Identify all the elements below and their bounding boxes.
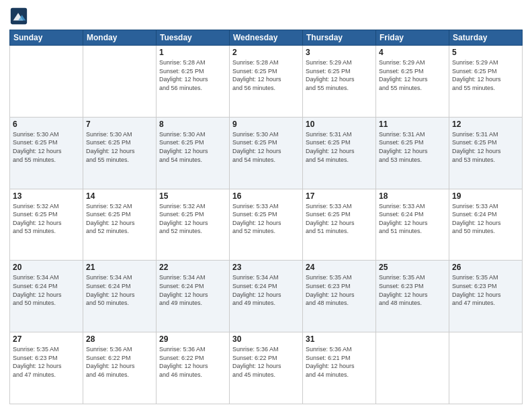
calendar-cell: 10Sunrise: 5:31 AM Sunset: 6:25 PM Dayli… bbox=[303, 117, 376, 189]
day-info: Sunrise: 5:29 AM Sunset: 6:25 PM Dayligh… bbox=[452, 58, 519, 92]
day-header-friday: Friday bbox=[376, 30, 449, 46]
day-header-monday: Monday bbox=[83, 30, 157, 46]
calendar-cell: 4Sunrise: 5:29 AM Sunset: 6:25 PM Daylig… bbox=[376, 46, 449, 118]
day-number: 9 bbox=[232, 120, 300, 129]
day-header-sunday: Sunday bbox=[10, 30, 83, 46]
day-number: 15 bbox=[159, 191, 226, 201]
day-info: Sunrise: 5:30 AM Sunset: 6:25 PM Dayligh… bbox=[13, 130, 80, 164]
day-number: 30 bbox=[232, 334, 300, 344]
calendar-cell bbox=[376, 332, 449, 404]
calendar-cell: 28Sunrise: 5:36 AM Sunset: 6:22 PM Dayli… bbox=[83, 332, 157, 404]
logo bbox=[9, 7, 31, 26]
day-info: Sunrise: 5:34 AM Sunset: 6:24 PM Dayligh… bbox=[159, 273, 226, 307]
day-number: 31 bbox=[306, 334, 373, 344]
day-number: 13 bbox=[13, 191, 80, 201]
day-number: 29 bbox=[159, 334, 226, 344]
calendar-cell bbox=[10, 46, 83, 118]
day-number: 3 bbox=[306, 48, 373, 57]
logo-icon bbox=[9, 7, 28, 26]
calendar-cell: 1Sunrise: 5:28 AM Sunset: 6:25 PM Daylig… bbox=[157, 46, 230, 118]
week-row-5: 27Sunrise: 5:35 AM Sunset: 6:23 PM Dayli… bbox=[10, 332, 523, 404]
calendar-cell: 11Sunrise: 5:31 AM Sunset: 6:25 PM Dayli… bbox=[376, 117, 449, 189]
calendar-cell: 6Sunrise: 5:30 AM Sunset: 6:25 PM Daylig… bbox=[10, 117, 83, 189]
calendar-cell: 22Sunrise: 5:34 AM Sunset: 6:24 PM Dayli… bbox=[157, 261, 230, 332]
day-info: Sunrise: 5:33 AM Sunset: 6:24 PM Dayligh… bbox=[452, 202, 519, 236]
calendar-table: SundayMondayTuesdayWednesdayThursdayFrid… bbox=[9, 30, 523, 404]
day-number: 10 bbox=[306, 120, 373, 129]
day-header-tuesday: Tuesday bbox=[157, 30, 230, 46]
day-number: 5 bbox=[452, 48, 519, 57]
header-row: SundayMondayTuesdayWednesdayThursdayFrid… bbox=[10, 30, 523, 46]
day-info: Sunrise: 5:36 AM Sunset: 6:22 PM Dayligh… bbox=[232, 345, 300, 379]
day-info: Sunrise: 5:31 AM Sunset: 6:25 PM Dayligh… bbox=[306, 130, 373, 164]
header bbox=[9, 7, 523, 26]
day-header-saturday: Saturday bbox=[449, 30, 523, 46]
calendar-cell: 12Sunrise: 5:31 AM Sunset: 6:25 PM Dayli… bbox=[449, 117, 523, 189]
day-info: Sunrise: 5:34 AM Sunset: 6:24 PM Dayligh… bbox=[13, 273, 80, 307]
week-row-1: 1Sunrise: 5:28 AM Sunset: 6:25 PM Daylig… bbox=[10, 46, 523, 118]
day-number: 21 bbox=[86, 263, 153, 272]
day-info: Sunrise: 5:36 AM Sunset: 6:22 PM Dayligh… bbox=[86, 345, 153, 379]
calendar-cell: 13Sunrise: 5:32 AM Sunset: 6:25 PM Dayli… bbox=[10, 189, 83, 261]
calendar-cell: 8Sunrise: 5:30 AM Sunset: 6:25 PM Daylig… bbox=[157, 117, 230, 189]
day-number: 23 bbox=[232, 263, 300, 272]
calendar-cell: 23Sunrise: 5:34 AM Sunset: 6:24 PM Dayli… bbox=[230, 261, 303, 332]
calendar-cell: 17Sunrise: 5:33 AM Sunset: 6:25 PM Dayli… bbox=[303, 189, 376, 261]
day-number: 11 bbox=[379, 120, 446, 129]
day-info: Sunrise: 5:35 AM Sunset: 6:23 PM Dayligh… bbox=[306, 273, 373, 307]
calendar-cell: 16Sunrise: 5:33 AM Sunset: 6:25 PM Dayli… bbox=[230, 189, 303, 261]
day-number: 14 bbox=[86, 191, 153, 201]
day-number: 17 bbox=[306, 191, 373, 201]
calendar-cell: 31Sunrise: 5:36 AM Sunset: 6:21 PM Dayli… bbox=[303, 332, 376, 404]
calendar-cell: 29Sunrise: 5:36 AM Sunset: 6:22 PM Dayli… bbox=[157, 332, 230, 404]
day-info: Sunrise: 5:31 AM Sunset: 6:25 PM Dayligh… bbox=[452, 130, 519, 164]
calendar-cell: 26Sunrise: 5:35 AM Sunset: 6:23 PM Dayli… bbox=[449, 261, 523, 332]
day-info: Sunrise: 5:36 AM Sunset: 6:21 PM Dayligh… bbox=[306, 345, 373, 379]
day-info: Sunrise: 5:28 AM Sunset: 6:25 PM Dayligh… bbox=[159, 58, 226, 92]
day-info: Sunrise: 5:33 AM Sunset: 6:25 PM Dayligh… bbox=[232, 202, 300, 236]
day-info: Sunrise: 5:35 AM Sunset: 6:23 PM Dayligh… bbox=[379, 273, 446, 307]
day-info: Sunrise: 5:34 AM Sunset: 6:24 PM Dayligh… bbox=[86, 273, 153, 307]
day-info: Sunrise: 5:30 AM Sunset: 6:25 PM Dayligh… bbox=[159, 130, 226, 164]
calendar-cell: 24Sunrise: 5:35 AM Sunset: 6:23 PM Dayli… bbox=[303, 261, 376, 332]
calendar-cell: 30Sunrise: 5:36 AM Sunset: 6:22 PM Dayli… bbox=[230, 332, 303, 404]
day-number: 8 bbox=[159, 120, 226, 129]
day-header-thursday: Thursday bbox=[303, 30, 376, 46]
day-info: Sunrise: 5:29 AM Sunset: 6:25 PM Dayligh… bbox=[306, 58, 373, 92]
day-info: Sunrise: 5:29 AM Sunset: 6:25 PM Dayligh… bbox=[379, 58, 446, 92]
day-info: Sunrise: 5:30 AM Sunset: 6:25 PM Dayligh… bbox=[86, 130, 153, 164]
day-info: Sunrise: 5:32 AM Sunset: 6:25 PM Dayligh… bbox=[13, 202, 80, 236]
day-info: Sunrise: 5:28 AM Sunset: 6:25 PM Dayligh… bbox=[232, 58, 300, 92]
day-number: 2 bbox=[232, 48, 300, 57]
calendar-cell: 27Sunrise: 5:35 AM Sunset: 6:23 PM Dayli… bbox=[10, 332, 83, 404]
day-info: Sunrise: 5:30 AM Sunset: 6:25 PM Dayligh… bbox=[232, 130, 300, 164]
calendar-cell: 5Sunrise: 5:29 AM Sunset: 6:25 PM Daylig… bbox=[449, 46, 523, 118]
day-info: Sunrise: 5:35 AM Sunset: 6:23 PM Dayligh… bbox=[13, 345, 80, 379]
calendar-page: SundayMondayTuesdayWednesdayThursdayFrid… bbox=[0, 0, 532, 411]
day-info: Sunrise: 5:36 AM Sunset: 6:22 PM Dayligh… bbox=[159, 345, 226, 379]
day-info: Sunrise: 5:34 AM Sunset: 6:24 PM Dayligh… bbox=[232, 273, 300, 307]
day-header-wednesday: Wednesday bbox=[230, 30, 303, 46]
calendar-cell bbox=[449, 332, 523, 404]
week-row-3: 13Sunrise: 5:32 AM Sunset: 6:25 PM Dayli… bbox=[10, 189, 523, 261]
day-number: 28 bbox=[86, 334, 153, 344]
calendar-cell: 15Sunrise: 5:32 AM Sunset: 6:25 PM Dayli… bbox=[157, 189, 230, 261]
day-number: 22 bbox=[159, 263, 226, 272]
calendar-cell: 7Sunrise: 5:30 AM Sunset: 6:25 PM Daylig… bbox=[83, 117, 157, 189]
week-row-2: 6Sunrise: 5:30 AM Sunset: 6:25 PM Daylig… bbox=[10, 117, 523, 189]
calendar-cell: 2Sunrise: 5:28 AM Sunset: 6:25 PM Daylig… bbox=[230, 46, 303, 118]
calendar-cell: 3Sunrise: 5:29 AM Sunset: 6:25 PM Daylig… bbox=[303, 46, 376, 118]
day-number: 27 bbox=[13, 334, 80, 344]
calendar-cell: 20Sunrise: 5:34 AM Sunset: 6:24 PM Dayli… bbox=[10, 261, 83, 332]
day-info: Sunrise: 5:35 AM Sunset: 6:23 PM Dayligh… bbox=[452, 273, 519, 307]
day-info: Sunrise: 5:33 AM Sunset: 6:24 PM Dayligh… bbox=[379, 202, 446, 236]
day-number: 26 bbox=[452, 263, 519, 272]
calendar-cell bbox=[83, 46, 157, 118]
day-number: 18 bbox=[379, 191, 446, 201]
calendar-cell: 18Sunrise: 5:33 AM Sunset: 6:24 PM Dayli… bbox=[376, 189, 449, 261]
calendar-cell: 9Sunrise: 5:30 AM Sunset: 6:25 PM Daylig… bbox=[230, 117, 303, 189]
day-number: 7 bbox=[86, 120, 153, 129]
day-number: 4 bbox=[379, 48, 446, 57]
day-number: 25 bbox=[379, 263, 446, 272]
calendar-cell: 14Sunrise: 5:32 AM Sunset: 6:25 PM Dayli… bbox=[83, 189, 157, 261]
